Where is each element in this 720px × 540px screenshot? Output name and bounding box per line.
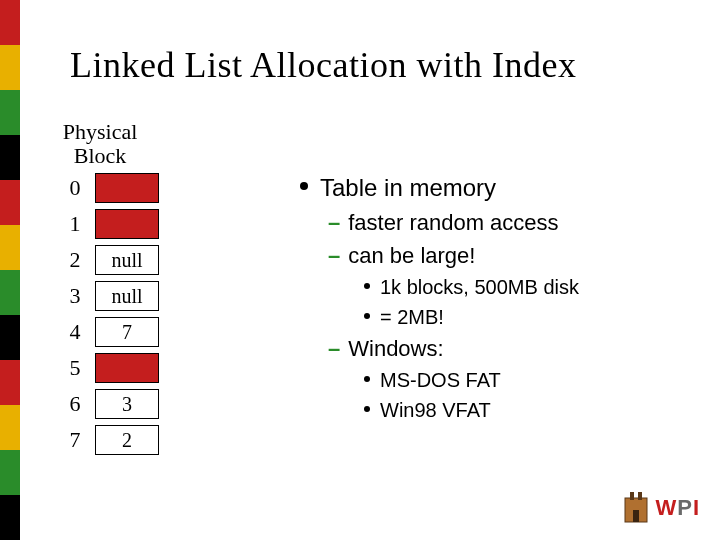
table-row: 4 7	[55, 314, 159, 350]
row-index: 4	[55, 319, 95, 345]
bullet-text: Win98 VFAT	[380, 395, 491, 425]
slide: Linked List Allocation with Index Physic…	[0, 0, 720, 540]
index-table: 0 1 2 null 3 null 4 7 5 6 3 7 2	[55, 170, 159, 458]
table-header: Physical Block	[55, 120, 145, 168]
bullet-text: = 2MB!	[380, 302, 444, 332]
bullet-level2: – Windows:	[328, 332, 680, 365]
row-cell: null	[95, 245, 159, 275]
table-row: 5	[55, 350, 159, 386]
bullet-level2: – faster random access	[328, 206, 680, 239]
table-row: 6 3	[55, 386, 159, 422]
wpi-text: WPI	[655, 495, 700, 521]
bullet-dash-icon: –	[328, 206, 340, 239]
bullet-dot-icon	[364, 406, 370, 412]
bullet-text: can be large!	[348, 239, 475, 272]
row-index: 1	[55, 211, 95, 237]
svg-rect-1	[630, 492, 634, 500]
bullet-level3: Win98 VFAT	[364, 395, 680, 425]
bullet-dash-icon: –	[328, 332, 340, 365]
wpi-logo: WPI	[621, 490, 700, 526]
bullet-text: Table in memory	[320, 170, 496, 206]
logo-i: I	[693, 495, 700, 520]
row-index: 7	[55, 427, 95, 453]
table-row: 0	[55, 170, 159, 206]
row-index: 0	[55, 175, 95, 201]
table-row: 3 null	[55, 278, 159, 314]
seal-icon	[621, 490, 651, 526]
logo-p: P	[677, 495, 693, 520]
table-row: 7 2	[55, 422, 159, 458]
row-index: 6	[55, 391, 95, 417]
row-index: 5	[55, 355, 95, 381]
table-header-line1: Physical	[55, 120, 145, 144]
table-row: 2 null	[55, 242, 159, 278]
bullet-list: Table in memory – faster random access –…	[300, 170, 680, 425]
bullet-text: faster random access	[348, 206, 558, 239]
bullet-text: Windows:	[348, 332, 443, 365]
row-cell	[95, 353, 159, 383]
row-cell: 7	[95, 317, 159, 347]
bullet-text: MS-DOS FAT	[380, 365, 501, 395]
row-cell: 2	[95, 425, 159, 455]
svg-rect-3	[633, 510, 639, 522]
row-cell	[95, 173, 159, 203]
row-cell: 3	[95, 389, 159, 419]
color-strip	[0, 0, 20, 540]
bullet-dot-icon	[364, 313, 370, 319]
logo-w: W	[655, 495, 677, 520]
bullet-level3: = 2MB!	[364, 302, 680, 332]
bullet-level1: Table in memory	[300, 170, 680, 206]
bullet-dot-icon	[364, 376, 370, 382]
row-cell	[95, 209, 159, 239]
slide-title: Linked List Allocation with Index	[70, 44, 576, 86]
bullet-dash-icon: –	[328, 239, 340, 272]
row-index: 2	[55, 247, 95, 273]
bullet-text: 1k blocks, 500MB disk	[380, 272, 579, 302]
row-index: 3	[55, 283, 95, 309]
bullet-level2: – can be large!	[328, 239, 680, 272]
row-cell: null	[95, 281, 159, 311]
svg-rect-2	[638, 492, 642, 500]
bullet-dot-icon	[364, 283, 370, 289]
bullet-level3: 1k blocks, 500MB disk	[364, 272, 680, 302]
table-row: 1	[55, 206, 159, 242]
bullet-level3: MS-DOS FAT	[364, 365, 680, 395]
bullet-dot-icon	[300, 182, 308, 190]
table-header-line2: Block	[55, 144, 145, 168]
